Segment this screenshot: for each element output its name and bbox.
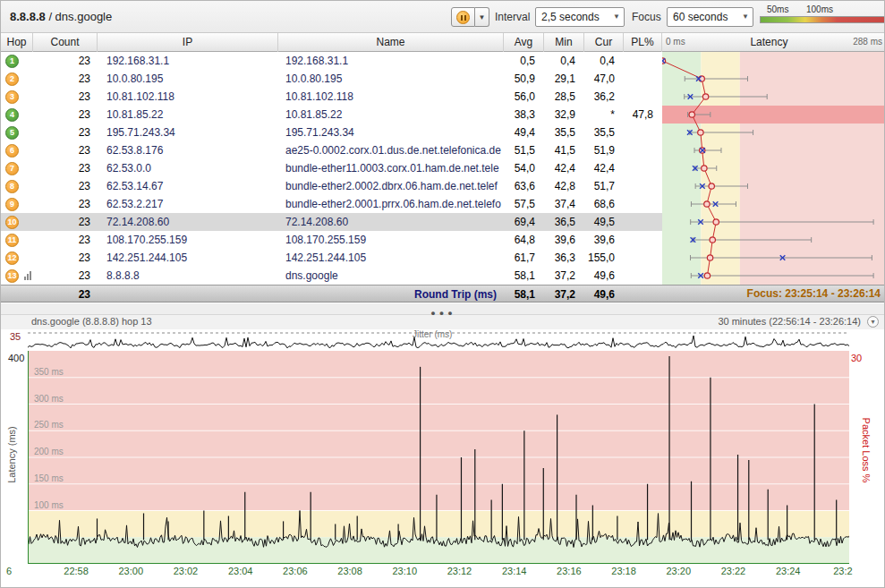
timeline-graph: 400 Latency (ms) 30 Packet Loss % 350 ms… [1, 351, 885, 564]
avg-cell: 69,4 [504, 213, 544, 231]
name-cell: 108.170.255.159 [278, 231, 504, 249]
min-cell: 35,5 [544, 124, 584, 141]
x-axis-tick-label: 23:24 [776, 566, 801, 576]
hop-cell: 4 [1, 106, 33, 124]
table-row-cells: 1223142.251.244.105142.251.244.10561,736… [1, 249, 662, 267]
hop-number-badge: 8 [5, 180, 19, 193]
pl-cell [624, 52, 662, 70]
avg-cell: 63,6 [504, 177, 544, 195]
target-address-label: 8.8.8.8 / dns.google [10, 1, 112, 33]
x-axis-tick-label: 23:10 [392, 566, 417, 576]
hop-number-badge: 12 [5, 251, 19, 265]
round-trip-avg: 58,1 [504, 285, 544, 303]
column-header-pl[interactable]: PL% [624, 33, 662, 52]
min-cell: 41,5 [544, 141, 584, 159]
jitter-graph: 35 Jitter (ms) [1, 329, 885, 351]
min-cell: 32,9 [544, 106, 584, 124]
chevron-down-icon: ▼ [479, 13, 486, 21]
pl-cell [624, 70, 662, 88]
latency-timeline-series: 350 ms300 ms250 ms200 ms150 ms100 ms [28, 351, 849, 564]
name-cell: 10.81.102.118 [278, 88, 504, 106]
name-cell: dns.google [278, 267, 504, 285]
count-cell: 23 [33, 213, 98, 231]
hop-cell: 2 [1, 70, 33, 88]
column-header-ip[interactable]: IP [98, 33, 278, 52]
cur-cell: 68,6 [584, 195, 624, 213]
column-header-hop[interactable]: Hop [1, 33, 33, 52]
cur-cell: * [584, 106, 624, 124]
interval-select[interactable]: 2,5 seconds ▼ [535, 7, 625, 27]
count-cell: 23 [33, 70, 98, 88]
packet-loss-axis-label: Packet Loss % [861, 410, 872, 490]
ip-cell: 195.71.243.34 [98, 124, 278, 141]
trace-latency-graph [662, 52, 885, 285]
splitter-handle[interactable]: ●●● [1, 303, 885, 315]
hop-number-badge: 11 [5, 234, 19, 247]
count-cell: 23 [33, 177, 98, 195]
cur-cell: 36,2 [584, 88, 624, 106]
packet-loss-axis-max-label: 30 [851, 353, 862, 363]
hop-cell: 7 [1, 159, 33, 177]
avg-cell: 0,5 [504, 52, 544, 70]
pingplotter-window: 8.8.8.8 / dns.google ▼ Interval 2,5 seco… [0, 0, 885, 588]
hop-number-badge: 6 [5, 144, 19, 158]
ip-cell: 142.251.244.105 [98, 249, 278, 267]
count-cell: 23 [33, 52, 98, 70]
focus-select[interactable]: 60 seconds ▼ [667, 7, 753, 27]
pl-cell [624, 195, 662, 213]
column-header-min[interactable]: Min [544, 33, 584, 52]
table-row-cells: 102372.14.208.6072.14.208.6069,436,549,5 [1, 213, 662, 231]
avg-cell: 58,1 [504, 267, 544, 285]
svg-text:100 ms: 100 ms [34, 500, 64, 510]
hop-number-badge: 2 [5, 72, 19, 86]
table-row-cells: 13238.8.8.8dns.google58,137,249,6 [1, 267, 662, 285]
timeline-range-dropdown[interactable]: ▾ [867, 316, 879, 328]
interval-value: 2,5 seconds [541, 11, 600, 23]
hop-number-badge: 9 [5, 198, 19, 211]
hop-cell: 12 [1, 249, 33, 267]
trace-table-rows: 123192.168.31.1192.168.31.10,50,40,42231… [1, 52, 885, 285]
count-cell: 23 [33, 106, 98, 124]
pause-button[interactable] [451, 7, 475, 27]
name-cell: ae25-0.0002.corx.01.dus.de.net.telefonic… [278, 141, 504, 159]
timeline-header: dns.google (8.8.8.8) hop 13 30 minutes (… [1, 315, 885, 329]
column-header-latency[interactable]: 0 ms Latency 288 ms [662, 33, 885, 52]
ip-cell: 10.81.85.22 [98, 106, 278, 124]
column-header-avg[interactable]: Avg [504, 33, 544, 52]
target-ip: 8.8.8.8 [10, 10, 46, 23]
latency-scale-max: 288 ms [853, 33, 882, 52]
count-cell: 23 [33, 124, 98, 141]
pl-cell [624, 177, 662, 195]
pause-control-group: ▼ [451, 7, 489, 27]
pause-dropdown-button[interactable]: ▼ [475, 7, 489, 27]
column-header-name[interactable]: Name [278, 33, 504, 52]
count-cell: 23 [33, 231, 98, 249]
column-header-cur[interactable]: Cur [584, 33, 624, 52]
pl-cell [624, 141, 662, 159]
ip-cell: 62.53.0.0 [98, 159, 278, 177]
hop-cell: 3 [1, 88, 33, 106]
table-row-cells: 123192.168.31.1192.168.31.10,50,40,4 [1, 52, 662, 70]
column-header-count[interactable]: Count [33, 33, 98, 52]
round-trip-count: 23 [33, 285, 98, 303]
avg-cell: 51,5 [504, 141, 544, 159]
ip-cell: 72.14.208.60 [98, 213, 278, 231]
avg-cell: 54,0 [504, 159, 544, 177]
cur-cell: 49,5 [584, 213, 624, 231]
hop-number-badge: 4 [5, 108, 19, 122]
timeline-range-label: 30 minutes (22:56:14 - 23:26:14) [718, 316, 861, 327]
x-axis-tick-label: 23:14 [502, 566, 527, 576]
table-row-cells: 22310.0.80.19510.0.80.19550,929,147,0 [1, 70, 662, 88]
hop-number-badge: 13 [5, 269, 19, 283]
avg-cell: 50,9 [504, 70, 544, 88]
pl-cell [624, 88, 662, 106]
x-axis-tick-label: 23:00 [118, 566, 143, 576]
hop-cell: 11 [1, 231, 33, 249]
name-cell: 10.0.80.195 [278, 70, 504, 88]
x-axis-tick-label: 23:20 [666, 566, 691, 576]
x-axis-tick-label: 23:12 [447, 566, 472, 576]
svg-text:350 ms: 350 ms [34, 367, 64, 377]
name-cell: 72.14.208.60 [278, 213, 504, 231]
ip-cell: 8.8.8.8 [98, 267, 278, 285]
cur-cell: 49,6 [584, 267, 624, 285]
